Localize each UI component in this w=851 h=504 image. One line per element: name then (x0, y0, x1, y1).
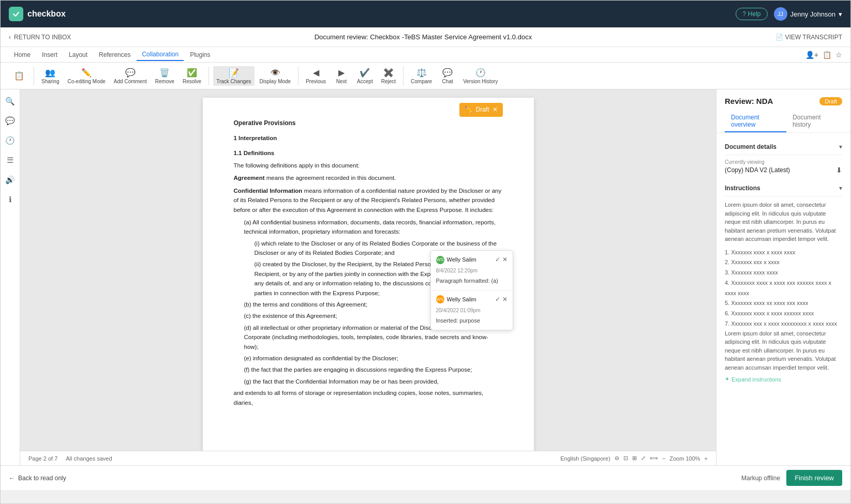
markup-offline-button[interactable]: Markup offline (741, 475, 780, 482)
accept-track-2[interactable]: ✓ (495, 295, 500, 304)
view-transcript-button[interactable]: 📄 VIEW TRANSCRIPT (775, 34, 842, 41)
comments-sidebar-icon[interactable]: 💬 (3, 113, 18, 129)
tab-collaboration[interactable]: Collaboration (137, 49, 184, 61)
zoom-out-icon[interactable]: ⊖ (615, 455, 619, 462)
track-user-name-1: Welly Salim (447, 255, 476, 265)
chevron-down-icon: ▾ (839, 10, 842, 18)
expand-instructions-button[interactable]: ✦ Expand instructions (725, 376, 842, 383)
currently-viewing-label: Currently viewing (725, 159, 842, 165)
track-changes-button[interactable]: 📝 Track Changes (213, 66, 254, 86)
svg-rect-0 (11, 9, 21, 19)
search-sidebar-icon[interactable]: 🔍 (3, 94, 18, 109)
track-action-2: Inserted: purpose (436, 316, 507, 326)
tab-document-history[interactable]: Document history (786, 111, 842, 132)
user-menu[interactable]: JJ Jenny Johnson ▾ (774, 7, 842, 21)
expand-icon: ✦ (725, 376, 729, 383)
zoom-plus[interactable]: + (705, 455, 708, 462)
accept-track-1[interactable]: ✓ (495, 255, 500, 265)
document-page: ✏️ Draft ✕ Operative Provisions 1 Interp… (203, 98, 534, 451)
draft-label: Draft (475, 105, 489, 115)
instructions-list: 1. Xxxxxxx xxxx x xxxx xxxx 2. Xxxxxxx x… (725, 248, 842, 329)
doc-item-a: (a) All confidential business informatio… (244, 218, 503, 237)
fit-icon[interactable]: ⊡ (623, 455, 628, 462)
tab-document-overview[interactable]: Document overview (725, 111, 786, 132)
display-mode-button[interactable]: 👁️ Display Mode (257, 66, 294, 86)
info-sidebar-icon[interactable]: ℹ (3, 192, 18, 207)
finish-review-button[interactable]: Finish review (786, 470, 842, 486)
list-item: 2. Xxxxxxx xxx x xxxx (725, 257, 842, 268)
accept-button[interactable]: ✔️ Accept (354, 66, 376, 86)
draft-icon: ✏️ (465, 105, 472, 115)
list-sidebar-icon[interactable]: ☰ (3, 152, 18, 168)
tab-references[interactable]: References (94, 49, 136, 60)
track-change-item-2: WS Welly Salim ✓ ✕ 20/4/2022 01:09pm Ins… (431, 291, 513, 330)
previous-button[interactable]: ◀ Previous (303, 66, 329, 86)
remove-button[interactable]: 🗑️ Remove (152, 66, 177, 86)
chat-button[interactable]: 💬 Chat (437, 66, 458, 86)
language-selector[interactable]: English (Singapore) (560, 455, 610, 462)
doc-item-f: (f) the fact that the parties are engagi… (244, 365, 503, 374)
track-action-1: Paragraph formatted: (a) (436, 277, 507, 286)
list-item: 7. Xxxxxxx xxx x xxxx xxxxxxxxx x xxxx x… (725, 319, 842, 329)
instructions-text-2: Lorem ipsum dolor sit amet, consectetur … (725, 329, 842, 372)
star-icon[interactable]: ☆ (835, 51, 842, 59)
back-to-read-only-button[interactable]: ← Back to read only (9, 475, 66, 482)
track-date-1: 8/4/2022 12:20pm (436, 267, 507, 275)
document-details-content: Currently viewing (Copy) NDA V2 (Latest)… (725, 155, 842, 180)
help-button[interactable]: ? Help (736, 8, 767, 20)
list-item: 1. Xxxxxxx xxxx x xxxx xxxx (725, 248, 842, 258)
document-details-section[interactable]: Document details ▾ (725, 139, 842, 155)
add-comment-button[interactable]: 💬 Add Comment (111, 66, 150, 86)
document-options-icon[interactable]: 📋 (823, 51, 831, 59)
tab-insert[interactable]: Insert (37, 49, 63, 60)
zoom-minus[interactable]: − (662, 455, 665, 462)
draft-banner[interactable]: ✏️ Draft ✕ (459, 103, 502, 117)
history-sidebar-icon[interactable]: 🕐 (3, 133, 18, 148)
coediting-icon: ✏️ (81, 68, 92, 78)
clipboard-button[interactable]: 📋 (9, 69, 29, 82)
page-width-icon[interactable]: ⟺ (650, 455, 658, 462)
track-date-2: 20/4/2022 01:09pm (436, 307, 507, 315)
version-history-icon: 🕐 (475, 68, 486, 78)
right-panel: Review: NDA Draft Document overview Docu… (716, 89, 850, 465)
resolve-icon: ✅ (187, 68, 197, 78)
reject-track-1[interactable]: ✕ (502, 255, 507, 265)
audio-sidebar-icon[interactable]: 🔊 (3, 172, 18, 188)
track-change-item-1: WS Welly Salim ✓ ✕ 8/4/2022 12:20pm Para… (431, 251, 513, 291)
next-button[interactable]: ▶ Next (331, 66, 352, 86)
arrow-left-icon: ← (9, 475, 15, 482)
return-to-inbox-button[interactable]: ‹ RETURN TO INBOX (9, 34, 71, 41)
add-comment-icon: 💬 (125, 68, 136, 78)
tab-plugins[interactable]: Plugins (185, 49, 215, 60)
resolve-button[interactable]: ✅ Resolve (180, 66, 204, 86)
version-history-button[interactable]: 🕐 Version History (460, 66, 501, 86)
fullscreen-icon[interactable]: ⤢ (641, 455, 646, 462)
document-title: Document review: Checkbox -TeBS Master S… (315, 33, 532, 41)
sharing-button[interactable]: 👥 Sharing (38, 66, 62, 86)
tab-layout[interactable]: Layout (64, 49, 93, 60)
instructions-section[interactable]: Instructions ▾ (725, 180, 842, 196)
track-changes-popup: WS Welly Salim ✓ ✕ 8/4/2022 12:20pm Para… (430, 250, 513, 330)
doc-def-agreement: Agreement means the agreement recorded i… (234, 173, 503, 182)
add-user-icon[interactable]: 👤+ (805, 51, 818, 59)
reject-track-2[interactable]: ✕ (502, 295, 507, 304)
next-icon: ▶ (338, 68, 345, 78)
right-panel-body: Document details ▾ Currently viewing (Co… (716, 133, 850, 465)
grid-icon[interactable]: ⊞ (632, 455, 637, 462)
doc-extends: and extends to all forms of storage or r… (234, 388, 503, 407)
sharing-icon: 👥 (45, 68, 55, 78)
coediting-mode-button[interactable]: ✏️ Co-editing Mode (64, 66, 108, 86)
list-item: 4. Xxxxxxxx xxxx x xxxx xxx xxxxxx xxxx … (725, 278, 842, 299)
list-item: 3. Xxxxxxx xxxx xxxx (725, 268, 842, 278)
download-icon[interactable]: ⬇ (836, 166, 842, 174)
document-scroll-area[interactable]: ✏️ Draft ✕ Operative Provisions 1 Interp… (20, 89, 716, 451)
document-details-title: Document details (725, 143, 777, 150)
doc-intro: The following definitions apply in this … (234, 161, 503, 170)
tab-home[interactable]: Home (9, 49, 36, 60)
close-icon[interactable]: ✕ (492, 105, 498, 115)
list-item: 6. Xxxxxxx xxxx x xxxx xxxxxx xxxx (725, 309, 842, 319)
reject-button[interactable]: ✖️ Reject (378, 66, 399, 86)
doc-section1-1: 1.1 Definitions (234, 148, 503, 158)
compare-button[interactable]: ⚖️ Compare (408, 66, 435, 86)
bottom-bar: ← Back to read only Markup offline Finis… (1, 465, 850, 490)
